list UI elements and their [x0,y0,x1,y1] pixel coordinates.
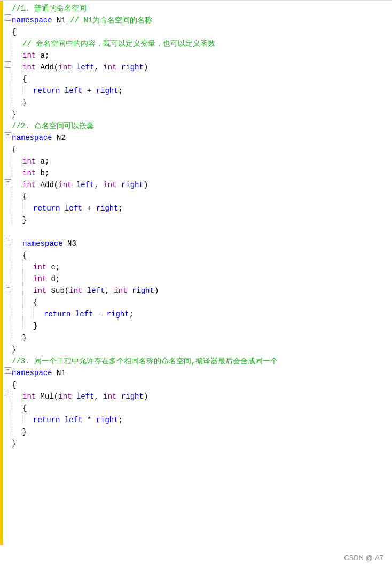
code-line-9: } [0,97,392,108]
code-line-7: { [0,73,392,85]
code-line-36: return left * right; [0,414,392,426]
code-text: return left + right; [33,203,392,214]
code-text: return left - right; [44,308,392,320]
code-text: { [22,191,392,203]
code-line-32: −namespace N1 [0,367,392,379]
code-line-2: −namespace N1 // N1为命名空间的名称 [0,14,392,26]
code-text: // 命名空间中的内容，既可以定义变量，也可以定义函数 [22,38,392,50]
code-line-6: −int Add(int left, int right) [0,61,392,73]
code-text: { [33,297,392,308]
code-line-25: −int Sub(int left, int right) [0,285,392,297]
code-line-20 [0,226,392,238]
code-text: } [33,320,392,332]
code-text: int Add(int left, int right) [22,179,392,191]
code-line-4: // 命名空间中的内容，既可以定义变量，也可以定义函数 [0,38,392,50]
code-line-8: return left + right; [0,85,392,97]
code-line-15: int b; [0,167,392,179]
code-line-29: } [0,332,392,344]
code-text: } [12,438,392,449]
code-line-21: −namespace N3 [0,238,392,250]
fold-button-2[interactable]: − [5,14,11,21]
fold-button-12[interactable]: − [5,132,11,138]
code-text: { [22,73,392,85]
code-line-1: //1. 普通的命名空间 [0,3,392,14]
code-line-37: } [0,426,392,438]
code-line-27: return left - right; [0,308,392,320]
fold-button-25[interactable]: − [5,285,11,291]
code-line-12: −namespace N2 [0,132,392,144]
code-text: return left * right; [33,414,392,426]
code-line-23: int c; [0,261,392,273]
code-line-24: int d; [0,273,392,285]
code-text: { [22,250,392,261]
code-text: namespace N3 [22,238,392,250]
code-text: } [22,426,392,438]
code-line-11: //2. 命名空间可以嵌套 [0,120,392,132]
code-editor: //1. 普通的命名空间−namespace N1 // N1为命名空间的名称{… [0,0,392,545]
code-text: int d; [33,273,392,285]
fold-button-34[interactable]: − [5,391,11,397]
code-line-5: int a; [0,50,392,61]
code-text: } [12,344,392,355]
code-text: } [22,97,392,108]
fold-button-21[interactable]: − [5,238,11,244]
fold-button-16[interactable]: − [5,179,11,185]
code-text: int c; [33,261,392,273]
code-text: namespace N1 [12,367,392,379]
code-line-33: { [0,379,392,391]
code-line-13: { [0,144,392,156]
footer-label: CSDN @-A7 [344,554,383,562]
code-text: //3. 同一个工程中允许存在多个相同名称的命名空间,编译器最后会合成同一个 [12,355,392,367]
fold-button-32[interactable]: − [5,367,11,374]
code-text: namespace N1 // N1为命名空间的名称 [12,14,392,26]
code-line-3: { [0,26,392,38]
code-line-18: return left + right; [0,203,392,214]
code-line-17: { [0,191,392,203]
code-text: { [12,144,392,156]
code-text: int Mul(int left, int right) [22,391,392,402]
code-text: return left + right; [33,85,392,97]
code-line-31: //3. 同一个工程中允许存在多个相同名称的命名空间,编译器最后会合成同一个 [0,355,392,367]
code-line-34: −int Mul(int left, int right) [0,391,392,402]
code-text: int a; [22,50,392,61]
code-line-28: } [0,320,392,332]
code-line-38: } [0,438,392,449]
code-line-16: −int Add(int left, int right) [0,179,392,191]
code-text: } [22,214,392,226]
code-line-19: } [0,214,392,226]
code-line-10: } [0,108,392,120]
code-text: { [22,402,392,414]
code-line-35: { [0,402,392,414]
code-text: } [12,108,392,120]
code-line-30: } [0,344,392,355]
code-text: int a; [22,156,392,167]
code-line-22: { [0,250,392,261]
code-line-26: { [0,297,392,308]
code-text: int b; [22,167,392,179]
code-text: int Sub(int left, int right) [33,285,392,297]
code-line-14: int a; [0,156,392,167]
code-text: //2. 命名空间可以嵌套 [12,120,392,132]
code-text: { [12,26,392,38]
code-text: { [12,379,392,391]
fold-button-6[interactable]: − [5,61,11,68]
code-text: int Add(int left, int right) [22,61,392,73]
code-text: namespace N2 [12,132,392,144]
code-text: } [22,332,392,344]
code-text: //1. 普通的命名空间 [12,3,392,14]
